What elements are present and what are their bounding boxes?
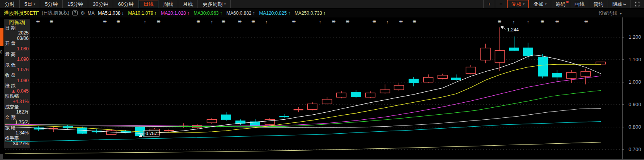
ma-line-ma250 <box>5 142 601 154</box>
zoom-out-button[interactable]: − <box>495 0 507 8</box>
indicator-label: MA <box>88 10 95 16</box>
event-star-icon[interactable]: ✳ <box>372 19 376 24</box>
simple-mode-button[interactable]: 简约 <box>589 0 608 8</box>
low-annotation: 0.757 <box>145 131 157 136</box>
tab-5min[interactable]: 5分钟 <box>40 0 63 8</box>
event-updown-icon[interactable]: ↕ <box>527 19 529 24</box>
tab-30min[interactable]: 30分钟 <box>88 0 113 8</box>
event-star-icon[interactable]: ✳ <box>157 19 160 24</box>
event-star-icon[interactable]: ✳ <box>36 19 40 24</box>
event-star-icon[interactable]: ✳ <box>332 19 336 24</box>
event-updown-icon[interactable]: ↕ <box>265 19 267 24</box>
left-edge-strip <box>0 28 3 46</box>
up-arrow-icon: ↑ <box>252 10 255 16</box>
up-arrow-icon: ↑ <box>154 10 157 16</box>
ma60-value: MA60:0.882↑ <box>227 10 255 16</box>
event-star-icon[interactable]: ✳ <box>103 19 107 24</box>
event-star-icon[interactable]: ✳ <box>584 19 588 24</box>
event-star-icon[interactable]: ✳ <box>399 19 403 24</box>
chips-button[interactable]: 筹码 <box>551 0 570 8</box>
chart-mode-label: (日线,前复权) <box>42 10 69 16</box>
fullscreen-button[interactable] <box>630 0 644 8</box>
event-star-icon[interactable]: ✳ <box>540 19 544 24</box>
tab-weekly[interactable]: 周线 <box>158 0 178 8</box>
left-edge-zero-label: 0 <box>0 50 2 54</box>
ma-values: MA5:1.038↓MA10:1.079↑MA20:1.028↑MA30:0.9… <box>98 10 330 16</box>
overlay-button[interactable]: 叠加▾ <box>529 0 551 8</box>
event-star-icon[interactable]: ✳ <box>116 19 120 24</box>
toolbar-right-buttons: +−复权▾叠加▾筹码画线简约隐藏▸▸ <box>483 0 644 8</box>
up-arrow-icon: ↑ <box>323 10 325 16</box>
ma-lines <box>5 55 601 154</box>
high-annotation: 1.244 <box>507 27 519 33</box>
help-icon[interactable]: ? <box>72 10 78 15</box>
ma-line-ma10 <box>5 64 601 133</box>
gear-icon[interactable]: ⚙ <box>80 10 85 16</box>
left-edge-scrollbar[interactable] <box>0 154 3 159</box>
event-updown-icon[interactable]: ↕ <box>386 19 388 24</box>
period-tabs: 分时5日▾5分钟15分钟30分钟60分钟日线周线月线更多周期▾ <box>0 0 231 8</box>
event-updown-icon[interactable]: ↕ <box>319 19 321 24</box>
candlestick-plot[interactable]: ✳✳✳✳↕✳✳↕✳✳✳↕✳↕✳✳✳↕✳✳✳↕↕✳✳✳1.2440.757 <box>0 17 644 160</box>
up-arrow-icon: ↑ <box>187 10 189 16</box>
event-star-icon[interactable]: ✳ <box>346 19 349 24</box>
tab-daily[interactable]: 日线 <box>139 0 158 8</box>
ma120-value: MA120:0.825↑ <box>259 10 290 16</box>
stock-chart-app: 分时5日▾5分钟15分钟30分钟60分钟日线周线月线更多周期▾ +−复权▾叠加▾… <box>0 0 644 160</box>
tab-15min[interactable]: 15分钟 <box>63 0 88 8</box>
event-updown-icon[interactable]: ↕ <box>144 19 146 24</box>
tab-intraday[interactable]: 分时 <box>0 0 20 8</box>
adjust-button[interactable]: 复权▾ <box>507 0 529 8</box>
ma5-value: MA5:1.038↓ <box>98 10 124 16</box>
draw-line-button[interactable]: 画线 <box>570 0 589 8</box>
annotations: 1.2440.757 <box>139 26 519 137</box>
up-arrow-icon: ↑ <box>220 10 222 16</box>
symbol-name: 港股科技50ETF <box>4 10 39 17</box>
ma250-value: MA250:0.733↑ <box>295 10 325 16</box>
up-arrow-icon: ↑ <box>288 10 290 16</box>
ma-settings-button[interactable]: 设置均线 ▾ <box>599 10 622 17</box>
toolbar: 分时5日▾5分钟15分钟30分钟60分钟日线周线月线更多周期▾ +−复权▾叠加▾… <box>0 0 644 9</box>
chevron-down-icon: ▾ <box>620 12 622 15</box>
candles <box>34 27 606 136</box>
tab-monthly[interactable]: 月线 <box>178 0 198 8</box>
hide-button[interactable]: 隐藏▸▸ <box>608 0 630 8</box>
tab-60min[interactable]: 60分钟 <box>113 0 138 8</box>
ma-line-ma30 <box>5 91 601 127</box>
event-markers: ✳✳✳✳↕✳✳↕✳✳✳↕✳↕✳✳✳↕✳✳✳↕↕✳✳✳ <box>36 19 588 24</box>
ma-line-ma20 <box>5 76 601 126</box>
ma20-value: MA20:1.028↑ <box>161 10 189 16</box>
tab-more-periods[interactable]: 更多周期▾ <box>198 0 231 8</box>
event-star-icon[interactable]: ✳ <box>555 19 559 24</box>
event-star-icon[interactable]: ✳ <box>497 19 501 24</box>
tab-5day[interactable]: 5日▾ <box>20 0 40 8</box>
event-star-icon[interactable]: ✳ <box>238 19 242 24</box>
chevron-down-icon: ▾ <box>523 2 525 6</box>
chevron-down-icon: ▾ <box>34 2 35 6</box>
notification-dot <box>566 1 569 3</box>
ma10-value: MA10:1.079↑ <box>128 10 157 16</box>
indicator-bar: 港股科技50ETF (日线,前复权) ? ⚙ MA MA5:1.038↓MA10… <box>0 9 644 17</box>
event-star-icon[interactable]: ✳ <box>221 19 225 24</box>
event-updown-icon[interactable]: ↕ <box>211 19 213 24</box>
event-star-icon[interactable]: ✳ <box>196 19 200 24</box>
chevron-down-icon: ▾ <box>545 2 547 6</box>
event-star-icon[interactable]: ✳ <box>292 19 296 24</box>
expand-icon <box>635 2 640 7</box>
event-star-icon[interactable]: ✳ <box>49 19 53 24</box>
down-arrow-icon: ↓ <box>122 10 124 16</box>
chevron-down-icon: ▾ <box>224 2 226 6</box>
double-arrow-icon: ▸▸ <box>624 2 626 6</box>
zoom-in-button[interactable]: + <box>483 0 495 8</box>
ma30-value: MA30:0.963↑ <box>194 10 222 16</box>
event-star-icon[interactable]: ✳ <box>251 19 255 24</box>
event-star-icon[interactable]: ✳ <box>412 19 416 24</box>
event-updown-icon[interactable]: ↕ <box>513 19 515 24</box>
chart-area[interactable]: 1.2001.1001.0000.9000.8000.700 [可拖动] 日 期… <box>0 17 644 160</box>
